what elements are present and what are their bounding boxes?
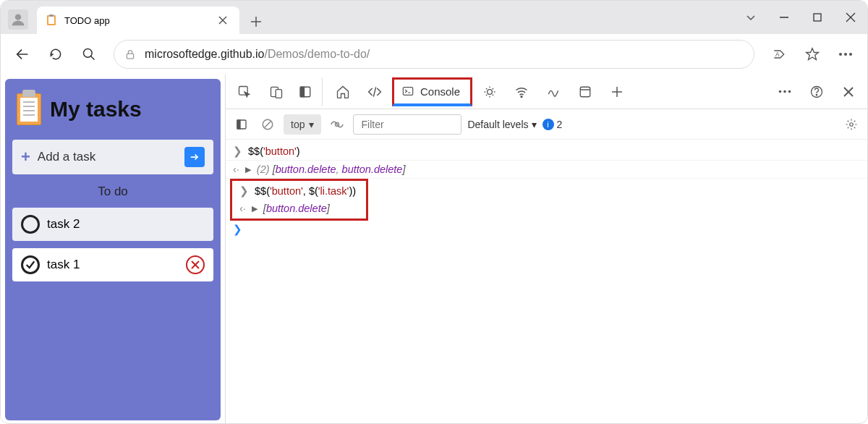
svg-rect-34 bbox=[580, 87, 590, 97]
section-heading: To do bbox=[12, 185, 213, 199]
log-levels-selector[interactable]: Default levels▾ bbox=[467, 119, 536, 130]
submit-task-button[interactable] bbox=[184, 147, 205, 167]
lock-icon bbox=[124, 48, 136, 60]
svg-line-14 bbox=[91, 56, 95, 60]
sources-tab-icon[interactable] bbox=[475, 77, 504, 106]
add-task-card[interactable]: + Add a task bbox=[12, 140, 213, 174]
profile-button[interactable] bbox=[8, 9, 28, 30]
tab-favicon-icon bbox=[46, 14, 57, 26]
svg-point-32 bbox=[488, 89, 493, 94]
svg-point-40 bbox=[788, 90, 791, 93]
console-output[interactable]: ❯ $$($$('button')'button') ‹· ▶ (2) [but… bbox=[226, 140, 867, 424]
svg-line-48 bbox=[265, 121, 271, 127]
elements-tab-icon[interactable] bbox=[360, 77, 389, 106]
inspect-element-button[interactable] bbox=[230, 77, 259, 106]
content-split: My tasks + Add a task To do task 2 task … bbox=[1, 75, 867, 424]
window-controls bbox=[734, 1, 867, 34]
task-item[interactable]: task 2 bbox=[12, 208, 213, 241]
tab-close-button[interactable] bbox=[215, 12, 231, 28]
checkbox-checked-icon[interactable] bbox=[21, 255, 40, 274]
minimize-button[interactable] bbox=[767, 1, 801, 34]
devtools-help-button[interactable] bbox=[802, 77, 831, 106]
input-chevron-icon: ❯ bbox=[233, 145, 242, 157]
console-result: [button.delete] bbox=[263, 203, 330, 214]
new-tab-button[interactable] bbox=[244, 9, 268, 34]
console-prompt[interactable]: ❯ bbox=[226, 221, 867, 238]
live-expression-button[interactable] bbox=[327, 114, 347, 135]
url-text: microsoftedge.github.io/Demos/demo-to-do… bbox=[145, 48, 370, 61]
network-tab-icon[interactable] bbox=[507, 77, 536, 106]
svg-rect-3 bbox=[49, 14, 54, 17]
svg-line-29 bbox=[373, 87, 375, 96]
browser-tab-active[interactable]: TODO app bbox=[37, 7, 239, 34]
console-toolbar: top▾ Default levels▾ i2 bbox=[226, 109, 867, 140]
checkbox-unchecked-icon[interactable] bbox=[21, 215, 40, 234]
svg-text:A: A bbox=[775, 51, 780, 58]
clear-console-button[interactable] bbox=[258, 114, 278, 135]
console-code: $$('button', $('li.task')) bbox=[255, 185, 356, 197]
add-task-label: Add a task bbox=[38, 150, 95, 164]
chevron-down-icon: ▾ bbox=[309, 119, 314, 130]
svg-point-38 bbox=[779, 90, 782, 93]
svg-point-0 bbox=[15, 14, 21, 20]
task-label: task 2 bbox=[47, 217, 80, 232]
svg-point-18 bbox=[839, 53, 842, 56]
back-button[interactable] bbox=[7, 38, 38, 70]
console-tab-label: Console bbox=[420, 85, 460, 98]
devtools-more-button[interactable] bbox=[770, 77, 799, 106]
app-header: My tasks bbox=[12, 89, 213, 140]
application-tab-icon[interactable] bbox=[571, 77, 600, 106]
read-aloud-button[interactable]: A bbox=[763, 38, 795, 70]
issues-counter[interactable]: i2 bbox=[542, 119, 563, 130]
close-window-button[interactable] bbox=[834, 1, 867, 34]
output-chevron-icon: ‹· bbox=[233, 164, 239, 175]
device-emulation-button[interactable] bbox=[262, 77, 291, 106]
input-chevron-icon: ❯ bbox=[239, 185, 249, 197]
refresh-button[interactable] bbox=[40, 38, 72, 70]
devtools-close-button[interactable] bbox=[834, 77, 863, 106]
svg-point-33 bbox=[521, 96, 522, 97]
svg-point-50 bbox=[850, 122, 854, 126]
svg-point-42 bbox=[816, 94, 817, 95]
devtools-tabstrip: Console bbox=[226, 75, 867, 109]
expand-triangle-icon[interactable]: ▶ bbox=[252, 204, 258, 213]
svg-point-20 bbox=[849, 53, 852, 56]
favorite-button[interactable] bbox=[796, 38, 828, 70]
console-result: (2) [button.delete, button.delete] bbox=[257, 164, 406, 175]
console-output-line: ‹· ▶ (2) [button.delete, button.delete] bbox=[226, 161, 867, 179]
console-filter-input[interactable] bbox=[353, 114, 461, 135]
console-input-line: ❯ $$($$('button')'button') bbox=[226, 143, 867, 161]
svg-point-39 bbox=[783, 90, 786, 93]
highlighted-region: ❯ $$('button', $('li.task')) ‹· ▶ [butto… bbox=[230, 179, 368, 221]
devtools-panel: Console top▾ Default levels▾ i2 bbox=[225, 75, 867, 424]
delete-task-button[interactable] bbox=[186, 255, 205, 274]
expand-triangle-icon[interactable]: ▶ bbox=[245, 165, 251, 174]
svg-rect-15 bbox=[127, 54, 133, 59]
console-code: $$($$('button')'button') bbox=[248, 145, 300, 157]
tab-overflow-button[interactable] bbox=[734, 1, 767, 34]
svg-point-13 bbox=[84, 49, 93, 58]
more-button[interactable] bbox=[830, 38, 861, 70]
task-item[interactable]: task 1 bbox=[12, 248, 213, 281]
more-tabs-button[interactable] bbox=[603, 77, 631, 106]
maximize-button[interactable] bbox=[801, 1, 834, 34]
search-button[interactable] bbox=[73, 38, 105, 70]
svg-rect-46 bbox=[237, 120, 240, 129]
svg-point-19 bbox=[844, 53, 847, 56]
console-tab[interactable]: Console bbox=[392, 77, 472, 106]
console-settings-button[interactable] bbox=[841, 114, 861, 135]
performance-tab-icon[interactable] bbox=[539, 77, 568, 106]
plus-icon: + bbox=[21, 148, 30, 166]
clipboard-icon bbox=[17, 93, 41, 125]
execution-context-selector[interactable]: top▾ bbox=[284, 114, 321, 135]
welcome-tab-icon[interactable] bbox=[328, 77, 357, 106]
console-output-line: ‹· ▶ [button.delete] bbox=[232, 200, 363, 217]
svg-rect-30 bbox=[403, 88, 412, 96]
page-viewport: My tasks + Add a task To do task 2 task … bbox=[1, 75, 225, 424]
dock-side-button[interactable] bbox=[294, 77, 323, 106]
address-bar[interactable]: microsoftedge.github.io/Demos/demo-to-do… bbox=[114, 40, 754, 69]
svg-rect-28 bbox=[300, 87, 304, 97]
window-titlebar: TODO app bbox=[1, 1, 867, 34]
console-sidebar-toggle[interactable] bbox=[231, 114, 252, 135]
svg-rect-9 bbox=[814, 14, 821, 21]
